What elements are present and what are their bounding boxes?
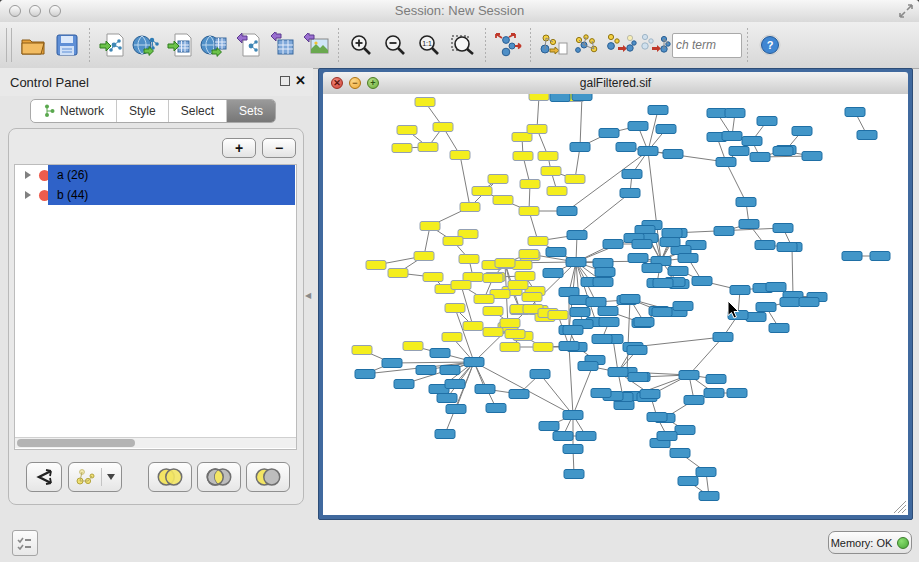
import-network-file-icon[interactable]	[95, 27, 129, 63]
window-title: Session: New Session	[0, 3, 919, 18]
network-view-titlebar[interactable]: ✕ − + galFiltered.sif	[323, 72, 908, 95]
cytoscape-window: Session: New Session	[0, 0, 919, 562]
add-set-button[interactable]: +	[222, 138, 256, 158]
sets-list: a (26) b (44)	[14, 164, 297, 450]
window-titlebar: Session: New Session	[0, 0, 919, 23]
tab-style[interactable]: Style	[117, 100, 169, 122]
zoom-out-icon[interactable]	[378, 27, 412, 63]
faded-network-icon	[76, 468, 96, 486]
export-table-icon[interactable]	[265, 27, 299, 63]
scrollbar-thumb[interactable]	[17, 439, 135, 447]
svg-text:?: ?	[767, 39, 774, 51]
memory-status-label: Memory: OK	[831, 537, 893, 549]
fullscreen-icon[interactable]	[899, 4, 913, 18]
remove-set-button[interactable]: −	[262, 138, 296, 158]
hide-selected-icon[interactable]	[638, 27, 672, 63]
split-set-button[interactable]	[26, 462, 62, 492]
network-tab-icon	[43, 104, 55, 118]
mouse-cursor-icon	[727, 300, 740, 319]
zoom-actual-size-icon[interactable]: 1:1	[412, 27, 446, 63]
svg-text:1:1: 1:1	[422, 40, 432, 47]
network-view-title: galFiltered.sif	[323, 76, 908, 90]
toolbar-drag-handle	[6, 28, 12, 62]
chevron-down-icon	[107, 474, 115, 480]
tab-sets[interactable]: Sets	[227, 100, 275, 122]
search-input[interactable]	[672, 33, 742, 58]
apply-layout-icon[interactable]	[491, 27, 525, 63]
view-resize-grip[interactable]	[892, 499, 906, 513]
tab-network[interactable]: Network	[31, 100, 117, 122]
import-table-file-icon[interactable]	[163, 27, 197, 63]
expander-icon[interactable]	[25, 191, 31, 199]
float-panel-icon[interactable]	[280, 76, 290, 86]
memory-status-button[interactable]: Memory: OK	[828, 531, 912, 554]
set-label: b (44)	[57, 188, 88, 202]
union-sets-button[interactable]	[148, 462, 192, 492]
sets-horizontal-scrollbar[interactable]	[15, 437, 296, 448]
memory-ok-indicator	[897, 537, 909, 549]
set-row-a[interactable]: a (26)	[15, 165, 296, 185]
intersection-sets-button[interactable]	[197, 462, 241, 492]
main-toolbar: 1:1 ?	[0, 22, 919, 69]
network-graph	[323, 94, 908, 515]
export-network-icon[interactable]	[231, 27, 265, 63]
network-view-frame: ✕ − + galFiltered.sif	[318, 68, 913, 520]
set-label: a (26)	[57, 168, 88, 182]
open-file-icon[interactable]	[16, 27, 50, 63]
select-from-file-icon[interactable]	[570, 27, 604, 63]
venn-intersection-icon	[204, 467, 234, 487]
task-list-icon	[17, 536, 33, 550]
first-neighbors-icon[interactable]	[536, 27, 570, 63]
import-table-web-icon[interactable]	[197, 27, 231, 63]
control-panel-tabbar: Network Style Select Sets	[30, 99, 276, 123]
save-session-icon[interactable]	[50, 27, 84, 63]
tab-select[interactable]: Select	[169, 100, 227, 122]
set-row-b[interactable]: b (44)	[15, 185, 296, 205]
venn-difference-icon	[253, 467, 283, 487]
venn-union-icon	[155, 467, 185, 487]
split-arrows-icon	[33, 468, 55, 486]
help-icon[interactable]: ?	[753, 27, 787, 63]
network-canvas[interactable]	[323, 94, 908, 515]
difference-sets-button[interactable]	[246, 462, 290, 492]
zoom-fit-selected-icon[interactable]	[446, 27, 480, 63]
export-image-icon[interactable]	[299, 27, 333, 63]
task-history-button[interactable]	[12, 530, 38, 556]
create-set-dropdown-button[interactable]	[68, 462, 122, 492]
invert-selection-icon[interactable]	[604, 27, 638, 63]
import-network-web-icon[interactable]	[129, 27, 163, 63]
control-panel-header: Control Panel ✕	[0, 68, 313, 96]
zoom-in-icon[interactable]	[344, 27, 378, 63]
control-panel-title: Control Panel	[10, 75, 89, 90]
panel-collapse-handle[interactable]: ◀	[305, 290, 312, 302]
close-panel-icon[interactable]: ✕	[295, 73, 306, 88]
expander-icon[interactable]	[25, 171, 31, 179]
